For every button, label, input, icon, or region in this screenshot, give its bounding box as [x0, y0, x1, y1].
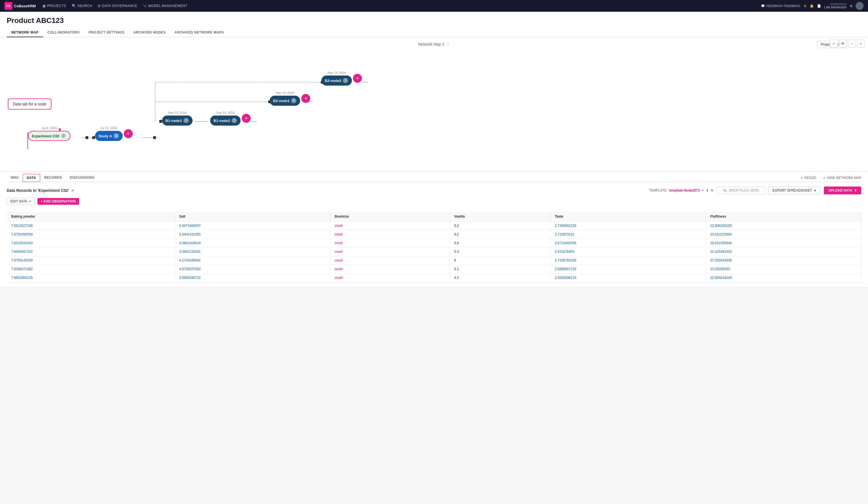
- data-table: Baking powder Salt Bowlsize Vanilla Tast…: [7, 212, 861, 282]
- experiment-co2-info-icon[interactable]: ⓘ: [61, 133, 66, 139]
- expand-icon[interactable]: ⤢: [830, 40, 838, 48]
- hide-map-button[interactable]: ⤢ HIDE NETWORK MAP: [823, 176, 861, 180]
- eye-icon[interactable]: 👁: [839, 40, 847, 48]
- network-map-area: Network Map 1 ⋮ Project history ⤢ 👁 − +: [0, 38, 868, 172]
- template-view-icon[interactable]: 👁: [710, 189, 714, 192]
- svg-rect-16: [159, 120, 162, 123]
- b1-node1-info-icon[interactable]: ⓘ: [184, 118, 189, 123]
- settings-btn[interactable]: ⚙: [804, 4, 807, 8]
- table-row[interactable]: 7.8813027336 4.0072468457 small 5.2 2.73…: [7, 222, 861, 230]
- study-a-add-btn[interactable]: +: [124, 129, 133, 138]
- data-header-row: Data Records In 'Experiment C02' ⤢ TEMPL…: [7, 187, 861, 194]
- b2-node1-info-icon[interactable]: ⓘ: [291, 98, 296, 103]
- tab-archived-network-maps[interactable]: ARCHIVED NETWORK MAPS: [170, 28, 229, 37]
- grid-icon: ▦: [42, 4, 46, 8]
- feedback-btn[interactable]: 💬 FEEDBACK FEEDBACK: [761, 4, 800, 8]
- b2-node2-info-icon[interactable]: ⓘ: [343, 78, 348, 83]
- top-navigation: CB CoBaseKRM ▦ PROJECTS 🔍 SEARCH ⊟ DATA …: [0, 0, 868, 12]
- map-controls: ⤢ 👁 − +: [830, 40, 865, 48]
- notification-btn[interactable]: 🔔: [810, 4, 814, 8]
- doc-btn[interactable]: 📄: [817, 4, 821, 8]
- table-row[interactable]: 7.8752493558 3.9401431955 small 5.2 2.72…: [7, 230, 861, 239]
- expand-data-icon[interactable]: ⤢: [71, 189, 74, 192]
- table-row[interactable]: 7.9296471402 4.0728257692 small 5.1 2.68…: [7, 265, 861, 273]
- nav-projects[interactable]: ▦ PROJECTS: [42, 4, 66, 8]
- b2-node2-add-btn[interactable]: +: [353, 74, 362, 83]
- network-connections-svg: [0, 38, 868, 171]
- map-menu-icon[interactable]: ⋮: [446, 42, 450, 47]
- node-experiment-co2[interactable]: Jul 8, 2024 Experiment C02 ⓘ: [28, 127, 70, 141]
- node-b2-node2[interactable]: Sep 13, 2024 B2-node2 ⓘ +: [321, 71, 352, 85]
- nav-data-governance[interactable]: ⊟ DATA GOVERNANCE: [98, 4, 137, 8]
- upload-data-button[interactable]: UPLOAD DATA ⬆: [824, 187, 861, 194]
- workspace-icon[interactable]: ⊞: [850, 4, 852, 8]
- data-title: Data Records In 'Experiment C02' ⤢: [7, 188, 74, 193]
- edit-icon: ✏: [29, 199, 32, 203]
- data-area: Data Records In 'Experiment C02' ⤢ TEMPL…: [7, 182, 861, 287]
- col-fluffiness: Fluffiness: [706, 212, 861, 222]
- col-bowlsize: Bowlsize: [330, 212, 450, 222]
- node-b1-node1[interactable]: Sep 13, 2024 B1-node1 ⓘ: [162, 111, 193, 125]
- template-label: TEMPLATE: template-Node2073 ✏ ⬇ 👁: [649, 189, 714, 192]
- table-row[interactable]: 7.8484567322 3.3652125281 small 5.3 2.61…: [7, 248, 861, 256]
- node-b2-node1[interactable]: Sep 13, 2024 B2-node1 ⓘ +: [270, 91, 300, 106]
- template-edit-icon[interactable]: ✏: [701, 189, 704, 192]
- page-header: Product ABC123 NETWORK MAP COLLABORATORS…: [0, 12, 868, 38]
- zoom-out-icon[interactable]: −: [848, 40, 856, 48]
- app-logo[interactable]: CB CoBaseKRM: [4, 2, 36, 10]
- table-header-row: Baking powder Salt Bowlsize Vanilla Tast…: [7, 212, 861, 222]
- gear-icon: ⚙: [804, 4, 807, 8]
- table-row[interactable]: 7.8315041043 3.3861008534 small 5.9 2.67…: [7, 239, 861, 248]
- svg-rect-15: [153, 136, 156, 139]
- tab-records[interactable]: RECORDS: [40, 174, 66, 182]
- tab-archived-nodes[interactable]: ARCHIVED NODES: [129, 28, 170, 37]
- drop-zone[interactable]: 📎 DROP FILES HERE: [717, 187, 765, 194]
- logo-text: CoBaseKRM: [14, 4, 36, 8]
- study-a-info-icon[interactable]: ⓘ: [114, 133, 119, 139]
- workspace-grid-icon: ⊞: [850, 4, 852, 8]
- edit-data-button[interactable]: EDIT DATA ✏: [7, 198, 35, 205]
- tab-project-settings[interactable]: PROJECT SETTINGS: [84, 28, 129, 37]
- resize-button[interactable]: ⤢ RESIZE: [800, 176, 816, 180]
- node-b1-node2[interactable]: Sep 13, 2024 B1-node2 ⓘ +: [210, 111, 241, 125]
- nav-right: 💬 FEEDBACK FEEDBACK ⚙ 🔔 📄 WORKSPACE LAB …: [761, 2, 864, 10]
- user-avatar[interactable]: 👤: [856, 2, 864, 10]
- zoom-in-icon[interactable]: +: [857, 40, 865, 48]
- nav-search[interactable]: 🔍 SEARCH: [72, 4, 93, 8]
- svg-rect-14: [92, 136, 95, 139]
- database-icon: ⊟: [98, 4, 101, 8]
- tab-network-map[interactable]: NETWORK MAP: [7, 28, 43, 37]
- node-study-a[interactable]: Jul 12, 2024 Study A ⓘ +: [95, 127, 123, 141]
- col-taste: Taste: [550, 212, 706, 222]
- workspace-info: WORKSPACE LAB MANAGER: [824, 3, 847, 9]
- add-observation-button[interactable]: + ADD OBSERVATION: [38, 198, 79, 205]
- b2-node1-add-btn[interactable]: +: [301, 94, 310, 103]
- bottom-tabs: WIKI DATA RECORDS DISCUSSIONS ⤢ RESIZE ⤢…: [7, 172, 861, 182]
- table-row[interactable]: 7.9882904235 3.9880390722 small 4.3 2.56…: [7, 273, 861, 282]
- nav-model-management[interactable]: ⌥ MODEL MANAGEMENT: [143, 4, 187, 8]
- export-spreadsheet-button[interactable]: EXPORT SPREADSHEET ▼: [768, 187, 821, 194]
- table-row[interactable]: 7.9793143359 4.1743188941 small 6 2.7208…: [7, 256, 861, 265]
- template-download-icon[interactable]: ⬇: [706, 189, 709, 192]
- svg-rect-13: [85, 136, 88, 139]
- col-vanilla: Vanilla: [450, 212, 550, 222]
- logo-icon: CB: [4, 2, 12, 10]
- data-actions: TEMPLATE: template-Node2073 ✏ ⬇ 👁 📎 DROP…: [649, 187, 861, 194]
- model-icon: ⌥: [143, 4, 147, 8]
- main-content: Network Map 1 ⋮ Project history ⤢ 👁 − +: [0, 38, 868, 287]
- page-tabs: NETWORK MAP COLLABORATORS PROJECT SETTIN…: [7, 28, 861, 37]
- drop-icon: 📎: [723, 189, 727, 192]
- b1-node2-add-btn[interactable]: +: [242, 114, 251, 123]
- nav-items: ▦ PROJECTS 🔍 SEARCH ⊟ DATA GOVERNANCE ⌥ …: [42, 4, 754, 8]
- hide-map-icon: ⤢: [823, 176, 826, 180]
- tab-discussions[interactable]: DISCUSSIONS: [66, 174, 99, 182]
- tab-collaborators[interactable]: COLLABORATORS: [43, 28, 84, 37]
- tab-wiki[interactable]: WIKI: [7, 174, 23, 182]
- page-title: Product ABC123: [7, 16, 861, 25]
- export-dropdown-arrow: ▼: [814, 189, 817, 192]
- tooltip-box: Data tab for a node: [8, 99, 51, 110]
- tab-data[interactable]: DATA: [23, 174, 41, 182]
- upload-icon: ⬆: [854, 189, 857, 192]
- col-salt: Salt: [175, 212, 330, 222]
- b1-node2-info-icon[interactable]: ⓘ: [232, 118, 237, 123]
